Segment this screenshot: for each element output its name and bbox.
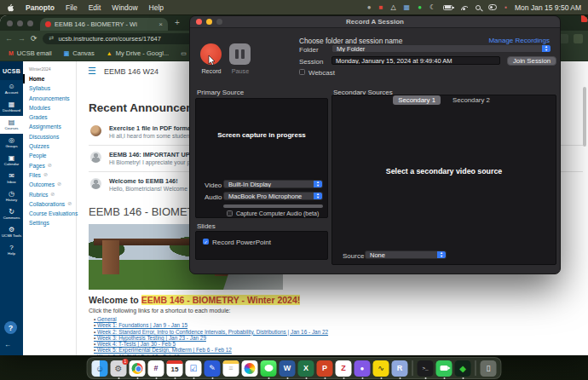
dock-pencil-app[interactable]: ✎ bbox=[205, 360, 221, 377]
dock-scribble-app[interactable]: ∿ bbox=[373, 360, 389, 377]
webcast-checkbox[interactable] bbox=[299, 69, 305, 75]
dialog-titlebar[interactable]: Record A Session bbox=[190, 16, 560, 28]
nav-inbox[interactable]: ✉Inbox bbox=[0, 170, 23, 187]
dock-system-settings[interactable]: ⚙1 bbox=[111, 360, 127, 377]
link-general[interactable]: General bbox=[94, 316, 328, 322]
forward-icon[interactable]: → bbox=[18, 34, 26, 43]
session-name-input[interactable]: Monday, January 15, 2024 at 9:49:40 AM bbox=[331, 56, 500, 65]
menu-edit[interactable]: Edit bbox=[89, 3, 101, 12]
site-info-icon[interactable]: ⇄ bbox=[49, 35, 55, 42]
course-nav-discussions[interactable]: Discussions bbox=[29, 132, 76, 141]
minimize-button[interactable] bbox=[17, 20, 23, 26]
tab-secondary-2[interactable]: Secondary 2 bbox=[447, 95, 495, 105]
link-week-2[interactable]: Week 2: Standard Error, Intro to Confide… bbox=[94, 329, 328, 335]
dock-notes[interactable]: ≡ bbox=[223, 360, 239, 377]
help-bubble-button[interactable]: ? bbox=[4, 321, 17, 334]
hamburger-icon[interactable]: ☰ bbox=[88, 66, 96, 77]
course-nav-quizzes[interactable]: Quizzes bbox=[29, 141, 76, 151]
join-session-button[interactable]: Join Session bbox=[507, 56, 556, 66]
dock-terminal[interactable]: >_ bbox=[418, 360, 434, 377]
nav-help[interactable]: ?Help bbox=[0, 241, 23, 259]
bookmark-ucsb-email[interactable]: M UCSB email bbox=[9, 49, 52, 57]
dock-slack[interactable]: # bbox=[148, 360, 164, 377]
dock-powerpoint[interactable]: P bbox=[317, 360, 333, 377]
dock-calendar[interactable]: 15 bbox=[167, 360, 183, 377]
reload-icon[interactable]: ⟳ bbox=[31, 34, 37, 43]
dock-photos[interactable] bbox=[242, 360, 258, 377]
ucsb-logo[interactable]: UCSB bbox=[0, 61, 23, 80]
course-nav-assignments[interactable]: Assignments bbox=[29, 122, 76, 131]
nav-commons[interactable]: ↻Commons bbox=[0, 205, 23, 223]
link-week-3[interactable]: Week 3: Hypothesis Testing | Jan 23 - Ja… bbox=[94, 335, 328, 341]
dock-messages[interactable] bbox=[261, 360, 277, 377]
audio-source-dropdown[interactable]: MacBook Pro Microphone ▲▼ bbox=[223, 192, 323, 200]
course-nav-modules[interactable]: Modules bbox=[29, 103, 76, 112]
bookmark-canvas[interactable]: ▣ Canvas bbox=[64, 49, 95, 57]
course-nav-collaborations[interactable]: Collaborations⊘ bbox=[29, 199, 76, 209]
dock-r-app[interactable]: R bbox=[392, 360, 408, 377]
link-week-6[interactable]: Week 6: ANOVA | Feb 13 - Feb 19 bbox=[94, 354, 328, 355]
menu-clock[interactable]: Mon Jan 15 9:50 AM bbox=[515, 3, 581, 12]
capture-computer-audio-checkbox[interactable] bbox=[227, 210, 233, 216]
menu-window[interactable]: Window bbox=[112, 3, 137, 12]
menu-help[interactable]: Help bbox=[149, 3, 164, 12]
menu-extra-icon[interactable]: ▪ bbox=[504, 3, 507, 11]
focus-moon-icon[interactable]: ☾ bbox=[429, 3, 435, 11]
dock-panopto[interactable]: ◆ bbox=[455, 360, 471, 377]
course-nav-grades[interactable]: Grades bbox=[29, 112, 76, 122]
course-nav-announcements[interactable]: Announcements bbox=[29, 94, 76, 103]
dock-reminders[interactable]: ☑ bbox=[186, 360, 202, 377]
bookmark-drive[interactable]: ▲ My Drive - Googl... bbox=[107, 49, 169, 57]
tab-close-icon[interactable]: × bbox=[159, 20, 163, 28]
tab-secondary-1[interactable]: Secondary 1 bbox=[393, 95, 441, 105]
back-icon[interactable]: ← bbox=[5, 34, 13, 43]
search-icon[interactable] bbox=[476, 5, 481, 10]
video-source-dropdown[interactable]: Built-In Display ▲▼ bbox=[223, 180, 323, 188]
nav-calendar[interactable]: ▣Calendar bbox=[0, 152, 23, 170]
apple-menu[interactable] bbox=[7, 3, 14, 12]
new-tab-button[interactable]: + bbox=[175, 18, 180, 27]
wifi-icon[interactable] bbox=[460, 5, 468, 10]
window-grid-icon[interactable]: ▦ bbox=[404, 3, 411, 11]
course-nav-syllabus[interactable]: Syllabus bbox=[29, 83, 76, 93]
dock-finder[interactable]: ☺ bbox=[92, 360, 108, 377]
dock-github[interactable]: ● bbox=[355, 360, 371, 377]
collapse-nav-icon[interactable]: ← bbox=[4, 341, 11, 348]
zoom-button[interactable] bbox=[27, 20, 33, 26]
link-week-4[interactable]: Week 4: T-Tests | Jan 30 - Feb 5 bbox=[94, 341, 328, 347]
nav-courses[interactable]: ▤Courses bbox=[0, 116, 23, 134]
control-center-icon[interactable] bbox=[488, 4, 497, 10]
folder-dropdown[interactable]: My Folder ▲▼ bbox=[331, 44, 551, 53]
record-powerpoint-checkbox[interactable]: ✓ bbox=[203, 239, 209, 245]
green-dot-icon[interactable]: ● bbox=[418, 3, 422, 11]
menu-app-name[interactable]: Panopto bbox=[26, 3, 55, 12]
manage-recordings-link[interactable]: Manage Recordings bbox=[488, 37, 550, 44]
dock-zotero[interactable]: Z bbox=[336, 360, 352, 377]
nav-groups[interactable]: ◎Groups bbox=[0, 134, 23, 152]
link-week-5[interactable]: Week 5: Experimental Design, Midterm | F… bbox=[94, 347, 328, 353]
battery-icon[interactable] bbox=[443, 5, 453, 10]
menu-file[interactable]: File bbox=[66, 3, 78, 12]
course-nav-pages[interactable]: Pages⊘ bbox=[29, 161, 76, 170]
link-week-1[interactable]: Week 1: Foundations | Jan 9 - Jan 15 bbox=[94, 322, 328, 328]
course-nav-files[interactable]: Files⊘ bbox=[29, 170, 76, 180]
dock-chrome[interactable] bbox=[130, 360, 146, 377]
dock-excel[interactable]: X bbox=[298, 360, 314, 377]
dock-facetime[interactable] bbox=[436, 360, 453, 377]
course-nav-rubrics[interactable]: Rubrics⊘ bbox=[29, 190, 76, 199]
course-nav-home[interactable]: Home bbox=[23, 74, 76, 83]
dock-trash[interactable]: ▯ bbox=[481, 360, 497, 377]
circle-icon[interactable]: ● bbox=[367, 3, 372, 11]
red-app-icon[interactable]: ■ bbox=[379, 3, 383, 11]
profile-avatar[interactable] bbox=[574, 34, 583, 43]
nav-dashboard[interactable]: ▦Dashboard bbox=[0, 98, 23, 116]
secondary-source-dropdown[interactable]: None ▲▼ bbox=[365, 250, 447, 259]
nav-history[interactable]: ◷History bbox=[0, 187, 23, 205]
browser-tab[interactable]: EEMB 146 - BIOMETRY - Wi × bbox=[40, 18, 168, 31]
page-scrollbar[interactable] bbox=[583, 87, 586, 147]
course-nav-outcomes[interactable]: Outcomes⊘ bbox=[29, 180, 76, 189]
course-nav-people[interactable]: People bbox=[29, 151, 76, 160]
nav-account[interactable]: ☺Account bbox=[0, 80, 23, 98]
close-button[interactable] bbox=[7, 20, 13, 26]
dock-word[interactable]: W bbox=[280, 360, 296, 377]
